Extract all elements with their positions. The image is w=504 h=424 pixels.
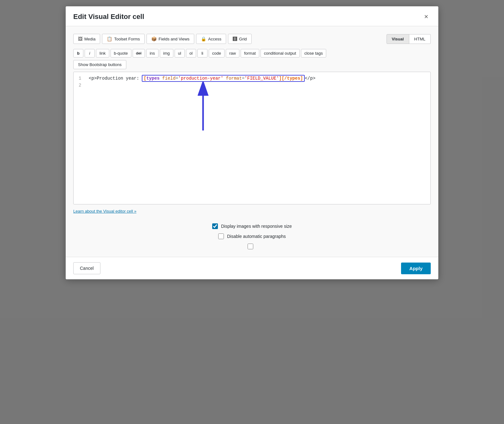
line-number-2: 2: [79, 83, 84, 88]
img-btn[interactable]: img: [160, 49, 173, 58]
format-btn[interactable]: format: [241, 49, 259, 58]
media-label: Media: [84, 37, 95, 41]
media-icon: 🖼: [78, 36, 82, 41]
italic-btn[interactable]: i: [85, 49, 95, 58]
edit-visual-editor-modal: Edit Visual Editor cell × 🖼 Media 📋 Tool…: [66, 6, 438, 279]
responsive-images-row: Display images with responsive size: [212, 223, 292, 229]
sc-close-types: [/types]: [282, 76, 303, 81]
sc-attr-format: format: [226, 76, 242, 81]
fields-views-button[interactable]: 📦 Fields and Views: [147, 34, 194, 44]
cancel-button[interactable]: Cancel: [73, 262, 100, 274]
options-section: Display images with responsive size Disa…: [73, 223, 431, 249]
access-icon: 🔒: [201, 36, 206, 41]
link-btn[interactable]: link: [96, 49, 109, 58]
sc-val-field: 'production-year': [178, 76, 223, 81]
line1-close: </p>: [305, 76, 315, 81]
close-tags-btn[interactable]: close tags: [301, 49, 327, 58]
conditional-output-btn[interactable]: conditional output: [261, 49, 300, 58]
fields-views-label: Fields and Views: [159, 37, 189, 41]
responsive-images-label: Display images with responsive size: [221, 224, 292, 229]
bquote-btn[interactable]: b-quote: [111, 49, 131, 58]
fields-views-icon: 📦: [151, 36, 157, 41]
toolset-forms-icon: 📋: [107, 36, 112, 41]
annotation-arrow: [194, 82, 213, 132]
apply-button[interactable]: Apply: [401, 263, 431, 274]
media-button[interactable]: 🖼 Media: [73, 34, 100, 44]
extra-option-checkbox[interactable]: [248, 244, 253, 249]
access-button[interactable]: 🔒 Access: [196, 34, 226, 44]
editor-line-1: 1 <p>Production year: [types field='prod…: [79, 76, 425, 81]
sc-tag-types: types: [146, 76, 159, 81]
responsive-images-checkbox[interactable]: [212, 223, 218, 229]
ul-btn[interactable]: ul: [175, 49, 185, 58]
modal-header: Edit Visual Editor cell ×: [66, 6, 438, 26]
view-toggle: Visual HTML: [387, 34, 431, 44]
learn-link[interactable]: Learn about the Visual editor cell »: [73, 209, 136, 214]
line-number-1: 1: [79, 76, 84, 81]
raw-btn[interactable]: raw: [226, 49, 239, 58]
close-bracket-open: ]: [279, 76, 282, 81]
ol-btn[interactable]: ol: [186, 49, 196, 58]
extra-option-row: [248, 244, 256, 249]
li-btn[interactable]: li: [197, 49, 207, 58]
toolset-forms-label: Toolset Forms: [114, 37, 140, 41]
access-label: Access: [208, 37, 221, 41]
toolbar-row: 🖼 Media 📋 Toolset Forms 📦 Fields and Vie…: [73, 34, 431, 44]
disable-paragraphs-row: Disable automatic paragraphs: [218, 233, 286, 239]
shortcode-highlight: [types field='production-year' format='F…: [142, 75, 305, 82]
sc-attr-field: field: [162, 76, 176, 81]
visual-tab[interactable]: Visual: [387, 34, 409, 44]
line1-static: <p>Production year:: [89, 76, 142, 81]
toolset-forms-button[interactable]: 📋 Toolset Forms: [102, 34, 145, 44]
bold-btn[interactable]: b: [73, 49, 83, 58]
editor-area[interactable]: 1 <p>Production year: [types field='prod…: [73, 72, 431, 204]
show-bootstrap-buttons[interactable]: Show Bootstrap buttons: [73, 60, 126, 69]
editor-line-2: 2: [79, 83, 425, 88]
grid-icon: 🅱: [233, 36, 237, 41]
del-btn[interactable]: del: [133, 49, 145, 58]
html-tab[interactable]: HTML: [409, 34, 431, 44]
close-button[interactable]: ×: [422, 12, 431, 21]
sc-val-format: 'FIELD_VALUE': [244, 76, 279, 81]
modal-body: 🖼 Media 📋 Toolset Forms 📦 Fields and Vie…: [66, 26, 438, 257]
line1-content: <p>Production year: [types field='produc…: [89, 76, 315, 81]
format-buttons-row: b i link b-quote del ins img ul ol li co…: [73, 49, 431, 58]
grid-label: Grid: [239, 37, 247, 41]
modal-title: Edit Visual Editor cell: [73, 13, 144, 21]
ins-btn[interactable]: ins: [146, 49, 159, 58]
line2-content: [89, 83, 91, 88]
code-btn[interactable]: code: [209, 49, 225, 58]
modal-footer: Cancel Apply: [66, 257, 438, 279]
disable-paragraphs-label: Disable automatic paragraphs: [227, 234, 286, 239]
disable-paragraphs-checkbox[interactable]: [218, 233, 224, 239]
grid-button[interactable]: 🅱 Grid: [228, 34, 252, 44]
